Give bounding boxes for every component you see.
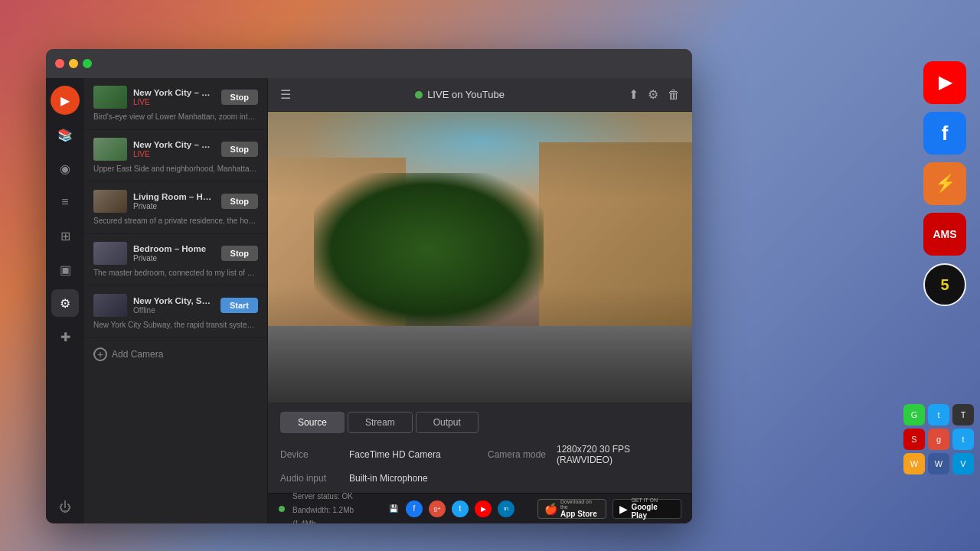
play-icon: ▶: [619, 503, 628, 515]
setting-device: Device FaceTime HD Camera: [280, 444, 472, 465]
camera-start-btn-5[interactable]: Start: [220, 298, 258, 313]
camera-name-3: Living Room – Home: [133, 192, 215, 201]
camera-desc-1: Bird's-eye view of Lower Manhattan, zoom…: [93, 112, 258, 122]
maximize-button[interactable]: [83, 59, 92, 68]
camera-thumb-1: [93, 86, 127, 109]
camera-item-subway[interactable]: New York City, Subway Offline Start New …: [84, 286, 267, 338]
desktop-small-icons: G t T S g t W W V: [903, 404, 974, 474]
small-icon-5[interactable]: g: [928, 429, 949, 450]
googleplay-text: GET IT ON Google Play: [631, 497, 675, 520]
camera-mode-label: Camera mode: [488, 449, 557, 460]
camera-desc-3: Secured stream of a private residence, t…: [93, 216, 258, 226]
camera-status-5: Offline: [133, 306, 214, 315]
sidebar-settings-icon[interactable]: ⚙: [51, 289, 79, 317]
desktop-youtube-icon[interactable]: ▶: [923, 61, 966, 104]
camera-name-2: New York City – UES: [133, 140, 215, 149]
desktop-thunder-icon[interactable]: ⚡: [923, 162, 966, 205]
camera-info-2: New York City – UES LIVE: [133, 140, 215, 158]
desktop-facebook-icon[interactable]: f: [923, 112, 966, 155]
footer: Server status: OK Bandwidth: 1.2Mb /1.4M…: [268, 493, 692, 523]
footer-social: f g+ t ▶ in: [406, 500, 514, 517]
top-bar-actions: ⬆ ⚙ 🗑: [629, 87, 680, 102]
small-icon-7[interactable]: W: [903, 453, 925, 474]
sidebar-grid-icon[interactable]: ⊞: [51, 222, 79, 249]
sidebar-list-icon[interactable]: ≡: [51, 188, 79, 216]
settings-button[interactable]: ⚙: [648, 87, 658, 102]
camera-info-4: Bedroom – Home Private: [133, 244, 215, 262]
camera-name-5: New York City, Subway: [133, 296, 214, 305]
googleplay-badge[interactable]: ▶ GET IT ON Google Play: [612, 499, 681, 519]
camera-info-1: New York City – Birds Eye LIVE: [133, 88, 215, 106]
camera-status-4: Private: [133, 254, 215, 262]
camera-stop-btn-3[interactable]: Stop: [221, 194, 258, 209]
camera-status-2: LIVE: [133, 150, 215, 158]
camera-stop-btn-2[interactable]: Stop: [221, 142, 258, 157]
title-bar: [46, 49, 692, 78]
menu-icon[interactable]: ☰: [280, 87, 291, 102]
add-camera-label: Add Camera: [112, 349, 163, 360]
social-youtube[interactable]: ▶: [475, 500, 492, 517]
tab-stream[interactable]: Stream: [348, 412, 413, 433]
camera-item-living[interactable]: Living Room – Home Private Stop Secured …: [84, 182, 267, 234]
sidebar-power-icon[interactable]: ⏻: [59, 500, 71, 514]
camera-stop-btn-4[interactable]: Stop: [221, 246, 258, 261]
server-status-dot: [279, 506, 285, 512]
small-icon-2[interactable]: t: [928, 404, 949, 425]
googleplay-small: GET IT ON: [631, 497, 675, 503]
audio-input-label: Audio input: [280, 473, 349, 484]
small-icon-8[interactable]: W: [928, 453, 949, 474]
video-area: [268, 112, 692, 403]
social-linkedin[interactable]: in: [498, 500, 514, 517]
sidebar-brand-icon[interactable]: ▶: [51, 86, 80, 115]
tab-output[interactable]: Output: [416, 412, 479, 433]
device-label: Device: [280, 449, 349, 460]
appstore-badge[interactable]: 🍎 Download on the App Store: [537, 499, 606, 519]
sidebar-location-icon[interactable]: ◉: [51, 155, 79, 182]
add-camera-icon: +: [93, 347, 107, 361]
small-icon-9[interactable]: V: [952, 453, 974, 474]
camera-list: New York City – Birds Eye LIVE Stop Bird…: [84, 78, 268, 523]
server-status-ok: Server status: OK: [292, 492, 353, 500]
camera-thumb-3: [93, 190, 127, 213]
setting-camera-mode: Camera mode 980x551 30 FPS (RAWVIDEO): [488, 444, 680, 465]
social-twitter[interactable]: t: [452, 500, 469, 517]
camera-item-bedroom[interactable]: Bedroom – Home Private Stop The master b…: [84, 234, 267, 286]
social-googleplus[interactable]: g+: [429, 500, 446, 517]
sidebar-video-icon[interactable]: ▣: [51, 256, 79, 283]
camera-item-nyc-birds[interactable]: New York City – Birds Eye LIVE Stop Bird…: [84, 78, 267, 130]
sidebar-library-icon[interactable]: 📚: [51, 121, 79, 148]
camera-thumb-2: [93, 138, 127, 161]
add-camera-button[interactable]: + Add Camera: [84, 338, 267, 370]
camera-info-3: Living Room – Home Private: [133, 192, 215, 210]
tab-source[interactable]: Source: [280, 412, 345, 433]
camera-thumb-4: [93, 242, 127, 265]
social-facebook[interactable]: f: [406, 500, 423, 517]
live-dot: [415, 91, 423, 99]
share-button[interactable]: ⬆: [629, 87, 639, 102]
app-window: ▶ 📚 ◉ ≡ ⊞ ▣ ⚙ ✚ ⏻ New York City – Birds …: [46, 49, 692, 523]
server-status-text: Server status: OK Bandwidth: 1.2Mb /1.4M…: [292, 488, 378, 524]
camera-name-1: New York City – Birds Eye: [133, 88, 215, 97]
bottom-panel: Source Stream Output Device FaceTime HD …: [268, 403, 692, 493]
camera-mode-value: 980x551 30 FPS (RAWVIDEO): [557, 444, 680, 465]
apple-icon: 🍎: [544, 503, 557, 515]
camera-stop-btn-1[interactable]: Stop: [221, 90, 258, 105]
camera-item-nyc-ues[interactable]: New York City – UES LIVE Stop Upper East…: [84, 130, 267, 182]
trash-button[interactable]: 🗑: [668, 87, 680, 102]
desktop-ams-icon[interactable]: AMS: [923, 213, 966, 256]
audio-input-value: Built-in Microphone: [349, 473, 428, 484]
appstore-text: Download on the App Store: [560, 499, 599, 518]
camera-thumb-5: [93, 294, 127, 317]
small-icon-1[interactable]: G: [903, 404, 925, 425]
camera-status-3: Private: [133, 202, 215, 210]
small-icon-4[interactable]: S: [903, 429, 925, 450]
settings-grid: Device FaceTime HD Camera Camera mode 12…: [280, 444, 680, 493]
desktop-icon-bar: ▶ f ⚡ AMS 5: [923, 61, 966, 306]
minimize-button[interactable]: [69, 59, 78, 68]
desktop-five-icon[interactable]: 5: [923, 263, 966, 306]
traffic-lights: [55, 59, 92, 68]
small-icon-3[interactable]: T: [952, 404, 974, 425]
small-icon-6[interactable]: t: [952, 429, 974, 450]
sidebar-plugin-icon[interactable]: ✚: [51, 323, 79, 350]
close-button[interactable]: [55, 59, 64, 68]
